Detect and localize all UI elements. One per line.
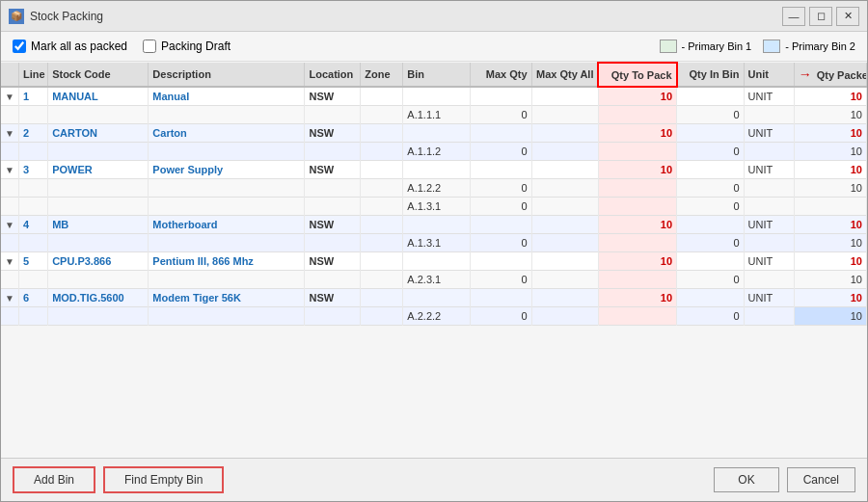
- max-qty-all: [531, 289, 598, 307]
- expand-arrow: ▼: [1, 124, 19, 143]
- sub-max-qty-all: [531, 106, 598, 124]
- sub-line: [19, 106, 48, 124]
- sub-stock-code: [48, 307, 149, 326]
- qty-packed: 10: [794, 87, 866, 106]
- sub-qty-packed: 10: [794, 234, 866, 252]
- line-number: 2: [19, 124, 48, 143]
- table-row[interactable]: ▼ 3 POWER Power Supply NSW 10 UNIT 10: [1, 161, 867, 179]
- cancel-button[interactable]: Cancel: [787, 467, 855, 492]
- expand-arrow: ▼: [1, 161, 19, 179]
- table-row[interactable]: ▼ 5 CPU.P3.866 Pentium III, 866 Mhz NSW …: [1, 252, 867, 271]
- legend-bin2-label: - Primary Bin 2: [785, 40, 855, 52]
- sub-expand: [1, 143, 19, 161]
- qty-packed: 10: [794, 124, 866, 143]
- minimize-button[interactable]: —: [782, 7, 805, 26]
- content-area: Line Stock Code Description Location Zon…: [1, 62, 867, 458]
- sub-qty-to-pack: [598, 143, 676, 161]
- stock-code: POWER: [48, 161, 149, 179]
- expand-arrow: ▼: [1, 216, 19, 234]
- unit: UNIT: [744, 216, 794, 234]
- sub-qty-packed: 10: [794, 143, 866, 161]
- sub-max-qty: 0: [470, 234, 531, 252]
- window-controls: — ◻ ✕: [782, 7, 859, 26]
- close-button[interactable]: ✕: [836, 7, 859, 26]
- location: NSW: [305, 252, 361, 271]
- zone: [361, 252, 403, 271]
- find-empty-bin-button[interactable]: Find Empty Bin: [103, 466, 224, 493]
- sub-description: [149, 307, 305, 326]
- mark-all-packed-checkbox[interactable]: [13, 40, 26, 53]
- sub-qty-packed: 10: [794, 307, 866, 326]
- description: Manual: [149, 87, 305, 106]
- sub-line: [19, 198, 48, 216]
- add-bin-button[interactable]: Add Bin: [13, 466, 95, 493]
- location: NSW: [305, 87, 361, 106]
- table-row[interactable]: ▼ 2 CARTON Carton NSW 10 UNIT 10: [1, 124, 867, 143]
- bin: [403, 161, 470, 179]
- max-qty: [470, 124, 531, 143]
- sub-qty-packed: 10: [794, 106, 866, 124]
- bin: [403, 289, 470, 307]
- sub-qty-to-pack: [598, 198, 676, 216]
- line-number: 1: [19, 87, 48, 106]
- bin: [403, 124, 470, 143]
- packing-draft-label[interactable]: Packing Draft: [143, 40, 231, 53]
- sub-max-qty-all: [531, 143, 598, 161]
- table-row[interactable]: ▼ 4 MB Motherboard NSW 10 UNIT 10: [1, 216, 867, 234]
- max-qty: [470, 161, 531, 179]
- sub-expand: [1, 198, 19, 216]
- sub-unit: [744, 307, 794, 326]
- sub-max-qty-all: [531, 234, 598, 252]
- line-number: 3: [19, 161, 48, 179]
- sub-description: [149, 106, 305, 124]
- sub-bin: A.2.3.1: [403, 271, 470, 289]
- mark-all-packed-label[interactable]: Mark all as packed: [13, 40, 127, 53]
- header-qty-in-bin: Qty In Bin: [677, 63, 744, 87]
- qty-to-pack: 10: [598, 87, 676, 106]
- sub-stock-code: [48, 198, 149, 216]
- sub-description: [149, 143, 305, 161]
- sub-location: [305, 198, 361, 216]
- sub-bin: A.1.2.2: [403, 179, 470, 198]
- header-zone: Zone: [361, 63, 403, 87]
- max-qty: [470, 216, 531, 234]
- max-qty: [470, 252, 531, 271]
- qty-packed: 10: [794, 289, 866, 307]
- expand-arrow: ▼: [1, 252, 19, 271]
- sub-location: [305, 143, 361, 161]
- table-container[interactable]: Line Stock Code Description Location Zon…: [1, 62, 867, 458]
- sub-stock-code: [48, 234, 149, 252]
- sub-max-qty: 0: [470, 106, 531, 124]
- title-bar: 📦 Stock Packing — ◻ ✕: [1, 1, 867, 32]
- sub-description: [149, 271, 305, 289]
- qty-to-pack: 10: [598, 124, 676, 143]
- restore-button[interactable]: ◻: [809, 7, 832, 26]
- header-qty-packed: → Qty Packed: [794, 63, 866, 87]
- packing-draft-checkbox[interactable]: [143, 40, 156, 53]
- sub-expand: [1, 307, 19, 326]
- sub-stock-code: [48, 271, 149, 289]
- qty-to-pack: 10: [598, 216, 676, 234]
- header-max-qty: Max Qty: [470, 63, 531, 87]
- max-qty-all: [531, 87, 598, 106]
- header-stock-code: Stock Code: [48, 63, 149, 87]
- qty-in-bin: [677, 216, 744, 234]
- sub-max-qty: 0: [470, 271, 531, 289]
- sub-max-qty: 0: [470, 307, 531, 326]
- table-sub-row: A.1.3.1 0 0: [1, 198, 867, 216]
- table-row[interactable]: ▼ 6 MOD.TIG.5600 Modem Tiger 56K NSW 10 …: [1, 289, 867, 307]
- bin: [403, 216, 470, 234]
- table-row[interactable]: ▼ 1 MANUAL Manual NSW 10 UNIT 10: [1, 87, 867, 106]
- sub-location: [305, 307, 361, 326]
- sub-stock-code: [48, 179, 149, 198]
- window-icon: 📦: [9, 9, 24, 24]
- ok-button[interactable]: OK: [714, 467, 778, 492]
- max-qty-all: [531, 252, 598, 271]
- header-max-qty-all: Max Qty All: [531, 63, 598, 87]
- unit: UNIT: [744, 252, 794, 271]
- packing-draft-text: Packing Draft: [161, 40, 231, 53]
- unit: UNIT: [744, 289, 794, 307]
- header-unit: Unit: [744, 63, 794, 87]
- sub-zone: [361, 307, 403, 326]
- sub-line: [19, 234, 48, 252]
